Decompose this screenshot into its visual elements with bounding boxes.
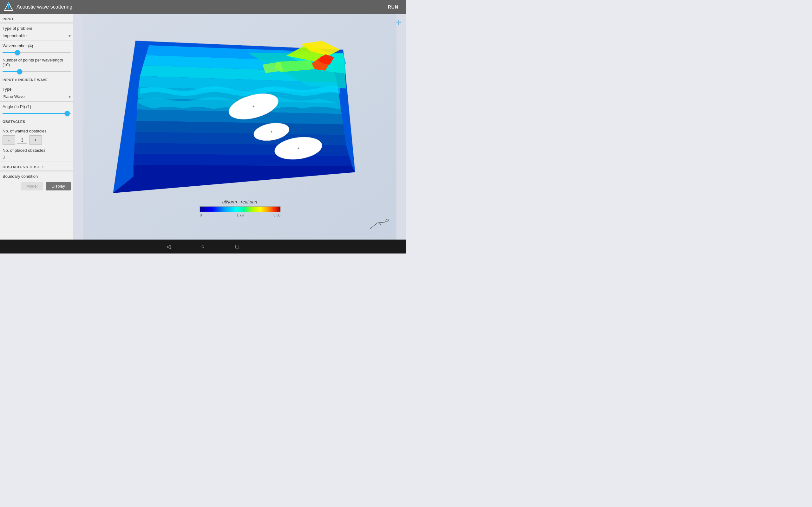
dropdown-arrow-icon: ▾ (68, 33, 71, 38)
back-button[interactable]: ◁ (164, 242, 173, 251)
toolbar: Acoustic wave scattering RUN (0, 0, 406, 14)
svg-point-28 (252, 106, 254, 107)
wave-visualization: utNorm - real part 0 1.79 3.58 Y ZX (73, 14, 406, 239)
points-slider-track[interactable] (3, 71, 71, 72)
svg-rect-33 (200, 206, 281, 212)
boundary-condition-label: Boundary condition (0, 172, 73, 179)
type-of-problem-value: Impenetrable (3, 32, 68, 39)
bottom-buttons: Model Display (0, 179, 73, 193)
type-value: Plane Wave (3, 93, 68, 100)
app-title: Acoustic wave scattering (16, 4, 384, 10)
divider-6 (0, 162, 73, 162)
divider-7 (0, 171, 73, 171)
obst1-section-header: OBSTACLES > OBST. 1 (0, 163, 73, 170)
type-dropdown[interactable]: Plane Wave ▾ (0, 92, 73, 101)
run-button[interactable]: RUN (384, 3, 402, 11)
colorbar-title: utNorm - real part (222, 199, 258, 205)
wavenumber-slider-thumb[interactable] (15, 50, 20, 55)
nb-placed-label: Nb. of placed obstacles (0, 146, 73, 153)
wavenumber-slider-track[interactable] (3, 52, 71, 53)
points-slider-thumb[interactable] (17, 69, 22, 74)
matlab-logo (4, 2, 13, 12)
counter-value: 3 (17, 137, 27, 144)
input-section-header: INPUT (0, 15, 73, 22)
plus-button[interactable]: + (29, 135, 42, 145)
angle-label: Angle (in Pi) (1) (0, 102, 73, 110)
incident-wave-section-header: INPUT > INCIDENT WAVE (0, 76, 73, 83)
svg-text:ZX: ZX (385, 218, 390, 222)
divider-1 (0, 23, 73, 23)
display-button[interactable]: Display (46, 182, 71, 190)
visualization-area: ✛ (73, 14, 406, 239)
minus-button[interactable]: - (3, 135, 15, 145)
svg-text:0: 0 (200, 213, 202, 217)
type-of-problem-dropdown[interactable]: Impenetrable ▾ (0, 32, 73, 40)
svg-text:1.79: 1.79 (237, 213, 244, 217)
type-dropdown-arrow-icon: ▾ (68, 94, 71, 99)
angle-slider-row[interactable] (0, 110, 73, 117)
nb-wanted-row: - 3 + (0, 134, 73, 146)
divider-4 (0, 101, 73, 102)
divider-5 (0, 126, 73, 126)
obstacles-section-header: OBSTACLES (0, 118, 73, 125)
svg-point-32 (298, 147, 299, 149)
svg-point-30 (270, 131, 272, 133)
type-label: Type (0, 85, 73, 92)
left-panel: INPUT Type of problem Impenetrable ▾ Wav… (0, 14, 73, 239)
home-button[interactable]: ○ (199, 242, 207, 251)
points-per-wavelength-label: Number of points per wavelength (10) (0, 56, 73, 68)
angle-slider-thumb[interactable] (65, 111, 70, 116)
recents-button[interactable]: □ (233, 242, 242, 251)
angle-slider-track[interactable] (3, 113, 71, 114)
divider-3 (0, 84, 73, 84)
points-slider-row[interactable] (0, 68, 73, 75)
svg-marker-25 (134, 154, 352, 166)
angle-slider-fill (3, 113, 67, 114)
bottom-nav: ◁ ○ □ (0, 239, 406, 253)
divider-2 (0, 41, 73, 41)
nb-placed-value: 3 (0, 153, 73, 161)
type-of-problem-label: Type of problem (0, 24, 73, 32)
main-content: INPUT Type of problem Impenetrable ▾ Wav… (0, 14, 406, 239)
nb-wanted-label: Nb. of wanted obstacles (0, 127, 73, 134)
wavenumber-slider-row[interactable] (0, 49, 73, 56)
svg-text:Y: Y (379, 223, 382, 227)
svg-text:3.58: 3.58 (273, 213, 281, 217)
model-button[interactable]: Model (20, 182, 43, 190)
wavenumber-label: Wavenumber (4) (0, 42, 73, 49)
